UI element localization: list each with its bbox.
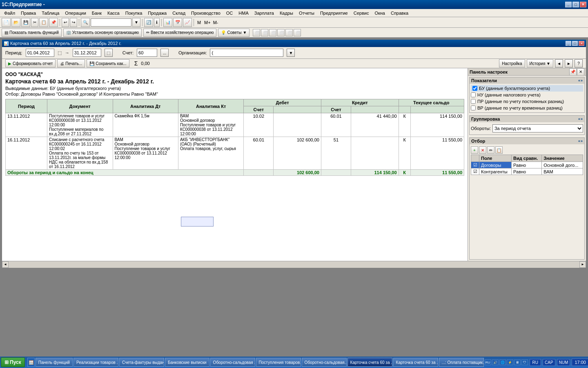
extra-btn1[interactable]: ⬜ [253, 29, 260, 36]
taskbar-item-4[interactable]: Оборотно-сальдовая ... [210, 358, 255, 367]
schet-input[interactable] [137, 49, 157, 57]
taskbar-item-5[interactable]: Поступления товаров... [256, 358, 301, 367]
cut-btn[interactable]: ✂ [31, 18, 38, 27]
chart-btn[interactable]: 📈 [183, 18, 192, 27]
open-btn[interactable]: 📂 [11, 18, 20, 27]
grouping-next[interactable]: » [581, 117, 583, 121]
close-report-btn[interactable]: ? [575, 59, 583, 67]
taskbar-item-8[interactable]: Карточка счета 60 за ... [393, 358, 438, 367]
new-btn[interactable]: 📄 [2, 18, 11, 27]
filter-add-btn[interactable]: + [471, 146, 478, 154]
calendar-btn[interactable]: 📅 [173, 18, 182, 27]
taskbar-item-0[interactable]: Панель функций [36, 358, 73, 367]
menu-help[interactable]: Справка [388, 10, 411, 16]
indicator-check-0[interactable] [472, 86, 477, 91]
filter-remove-btn[interactable]: ✕ [479, 146, 486, 154]
form-report-btn[interactable]: ▶ Сформировать отчет [5, 59, 56, 67]
taskbar-item-3[interactable]: Банковские выписки [165, 358, 209, 367]
refresh-btn[interactable]: 🔄 [144, 18, 153, 27]
horizontal-scrollbar[interactable]: ◄ ► [2, 261, 586, 267]
menu-sklad[interactable]: Склад [170, 10, 188, 16]
doc-close-btn[interactable]: ✕ [579, 41, 584, 46]
indicator-check-2[interactable] [471, 99, 476, 104]
set-org-btn[interactable]: 🏢 Установить основную организацию [63, 29, 142, 37]
scroll-track[interactable] [9, 261, 579, 268]
menu-windows[interactable]: Окна [372, 10, 388, 16]
menu-salary[interactable]: Зарплата [252, 10, 276, 16]
panel-close-btn[interactable]: ✕ [577, 68, 584, 76]
scroll-left-btn[interactable]: ◄ [2, 261, 9, 268]
enter-operation-btn[interactable]: ✏ Ввести хозяйственную операцию [143, 29, 216, 37]
grouping-select[interactable]: За период отчета [492, 124, 583, 132]
search-btn[interactable]: 🔍 [81, 18, 90, 27]
filter-next[interactable]: » [581, 139, 583, 143]
tips-btn[interactable]: 💡 Советы ▼ [218, 29, 249, 37]
filter-prev[interactable]: « [578, 139, 580, 143]
taskbar-item-7[interactable]: Карточка счета 60 за ... [347, 358, 392, 367]
menu-reports[interactable]: Отчеты [296, 10, 317, 16]
schet-select-btn[interactable]: ... [160, 49, 169, 57]
save-as-btn[interactable]: 💾 Сохранить как... [87, 59, 129, 67]
settings-btn[interactable]: Настройка [499, 59, 525, 67]
taskbar-item-6[interactable]: Оборотно-сальдовая... [302, 358, 347, 367]
calc-btn[interactable]: 📊 [163, 18, 172, 27]
menu-kassa[interactable]: Касса [105, 10, 122, 16]
redo-btn[interactable]: ↪ [70, 18, 77, 27]
menu-sell[interactable]: Продажа [145, 10, 169, 16]
period-to-input[interactable] [73, 49, 101, 57]
menu-bank[interactable]: Банк [89, 10, 104, 16]
nav-next-btn[interactable]: ► [565, 59, 573, 67]
filter-edit-btn[interactable]: ✏ [487, 146, 494, 154]
taskbar-icon-area[interactable]: 🪟 [27, 358, 35, 367]
menu-service[interactable]: Сервис [351, 10, 372, 16]
save-toolbar-btn[interactable]: 💾 [21, 18, 30, 27]
indicators-prev[interactable]: « [578, 79, 580, 83]
menu-file[interactable]: Файл [2, 10, 18, 16]
taskbar-item-1[interactable]: Реализации товаров ... [74, 358, 118, 367]
org-input[interactable] [210, 49, 283, 57]
doc-maximize-btn[interactable]: □ [572, 41, 578, 46]
extra-btn4[interactable]: ⬜ [277, 29, 285, 36]
doc-minimize-btn[interactable]: _ [566, 41, 571, 46]
print-btn[interactable]: 🖨 Печать... [57, 59, 85, 67]
floating-element[interactable] [181, 217, 214, 227]
menu-kadry[interactable]: Кадры [277, 10, 296, 16]
search-input[interactable] [91, 18, 131, 27]
report-area[interactable]: ООО "КАСКАД" Карточка счета 60 за Апрель… [2, 68, 468, 261]
taskbar-item-2[interactable]: Счета-фактуры выдан... [119, 358, 164, 367]
menu-os[interactable]: ОС [224, 10, 236, 16]
copy-btn[interactable]: 📋 [39, 18, 48, 27]
indicator-check-1[interactable] [471, 92, 476, 97]
indicator-check-3[interactable] [471, 105, 476, 110]
start-button[interactable]: ⊞ Пуск [1, 357, 25, 367]
close-btn[interactable]: ✕ [580, 2, 586, 7]
show-panel-btn[interactable]: ▤ Показать панель функций [2, 29, 62, 37]
menu-operations[interactable]: Операции [62, 10, 88, 16]
minimize-btn[interactable]: _ [565, 2, 572, 7]
menu-table[interactable]: Таблица [39, 10, 62, 16]
menu-production[interactable]: Производство [189, 10, 223, 16]
indicators-next[interactable]: » [581, 79, 583, 83]
nav-prev-btn[interactable]: ◄ [555, 59, 563, 67]
period-from-input[interactable] [26, 49, 54, 57]
period-cal-btn[interactable]: ⬚ [105, 49, 113, 57]
search-go-btn[interactable]: ▼ [132, 18, 140, 27]
extra-btn2[interactable]: ⬜ [261, 29, 268, 36]
paste-btn[interactable]: 📌 [49, 18, 58, 27]
maximize-btn[interactable]: □ [572, 2, 579, 7]
extra-btn6[interactable]: ⬜ [294, 29, 301, 36]
menu-buy[interactable]: Покупка [123, 10, 145, 16]
filter-copy-btn[interactable]: 📋 [495, 146, 503, 154]
extra-btn3[interactable]: ⬜ [269, 29, 276, 36]
taskbar-item-9[interactable]: ...: Оплата поставщик... [439, 358, 484, 367]
org-dropdown-btn[interactable]: ▼ [287, 49, 295, 57]
grouping-prev[interactable]: « [578, 117, 580, 121]
history-btn[interactable]: История ▼ [527, 59, 553, 67]
extra-btn5[interactable]: ⬜ [285, 29, 293, 36]
scroll-right-btn[interactable]: ► [579, 261, 586, 268]
undo-btn[interactable]: ↩ [62, 18, 69, 27]
info-btn[interactable]: ℹ [154, 18, 160, 27]
panel-pin-btn[interactable]: 📌 [569, 68, 577, 76]
menu-enterprise[interactable]: Предприятие [318, 10, 350, 16]
menu-nma[interactable]: НМА [236, 10, 251, 16]
